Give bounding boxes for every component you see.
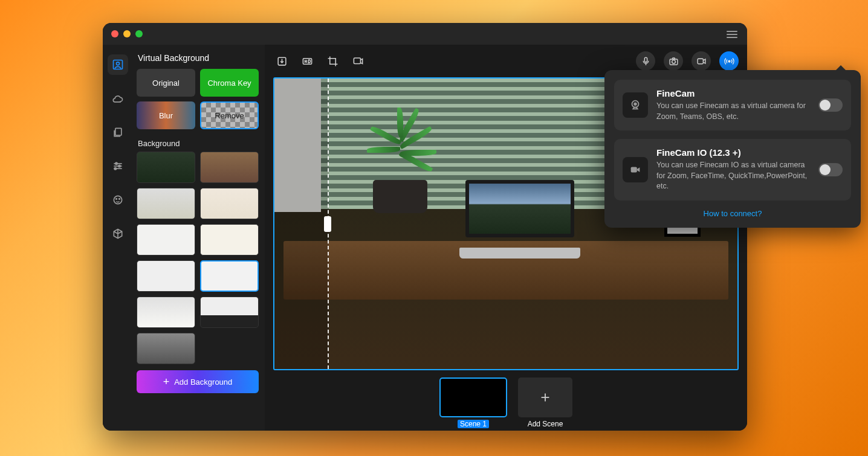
svg-point-6 [115,162,117,164]
scene-1-label: Scene 1 [458,420,489,428]
popover-card-desc: You can use Finecam as a virtual camera … [656,101,810,122]
record-button[interactable] [691,51,711,71]
mode-original-button[interactable]: Original [137,69,195,97]
plus-icon [539,391,552,404]
hamburger-menu-button[interactable] [727,30,737,38]
finecam-toggle[interactable] [818,98,843,112]
svg-rect-2 [115,128,121,135]
import-button[interactable] [273,53,290,69]
crop-icon [327,56,338,67]
background-thumb[interactable] [137,260,195,292]
preview-laptop [459,180,580,259]
import-icon [276,56,288,67]
rail-3d[interactable] [108,223,128,244]
mode-grid: Original Chroma Key Blur Remove [137,69,259,129]
hd-icon [302,56,313,67]
rail-face[interactable] [108,190,128,210]
svg-point-7 [118,165,120,167]
background-section-label: Background [138,139,259,148]
camera-icon [669,56,679,66]
svg-point-17 [672,60,675,63]
svg-point-8 [114,168,116,170]
svg-point-23 [634,103,636,105]
scene-1-thumb[interactable] [439,377,507,417]
background-thumb[interactable] [137,188,195,219]
svg-point-9 [114,196,121,204]
add-background-button[interactable]: + Add Background [137,370,259,393]
video-icon [696,56,707,66]
background-thumb[interactable] [200,297,259,328]
webcam-icon [623,92,648,118]
scene-slot-1[interactable]: Scene 1 [439,377,507,428]
background-thumb[interactable] [137,333,195,364]
add-background-label: Add Background [174,377,232,387]
hamburger-icon [727,30,737,38]
left-rail [103,45,133,431]
svg-point-11 [119,199,120,200]
plus-icon: + [163,376,170,387]
popover-card-desc: You can use Finecam IO as a virtual came… [656,160,810,192]
cloud-icon [112,92,124,104]
background-thumb[interactable] [137,297,195,328]
crop-left-mask[interactable] [274,79,329,369]
background-thumb-selected[interactable] [200,260,259,292]
close-window-button[interactable] [111,30,118,37]
cards-icon [112,126,124,138]
popover-card-title: FineCam [656,88,810,98]
mic-icon [641,56,651,66]
rail-sliders[interactable] [108,156,128,176]
svg-point-19 [728,60,730,62]
annotate-icon [352,56,364,67]
scene-bar: Scene 1 Add Scene [265,370,747,431]
mode-blur-button[interactable]: Blur [137,101,195,129]
mic-button[interactable] [636,51,655,71]
mode-remove-button[interactable]: Remove [200,101,259,129]
broadcast-popover: FineCam You can use Finecam as a virtual… [604,70,861,228]
add-scene-slot[interactable]: Add Scene [518,377,572,428]
background-grid [137,152,259,364]
crop-handle[interactable] [324,216,331,232]
minimize-window-button[interactable] [123,30,131,37]
titlebar [103,23,747,45]
add-scene-button[interactable] [518,377,572,417]
traffic-lights [111,30,143,37]
background-thumb[interactable] [200,224,259,255]
cube-icon [112,228,124,240]
broadcast-button[interactable] [719,51,739,71]
background-thumb[interactable] [137,152,195,183]
maximize-window-button[interactable] [135,30,143,37]
background-thumb[interactable] [137,224,195,255]
finecam-io-toggle[interactable] [818,163,843,176]
popover-card-title: FineCam IO (12.3 +) [656,147,810,158]
svg-rect-24 [631,167,637,172]
svg-rect-18 [698,59,703,64]
rail-virtual-background[interactable] [108,54,128,75]
mode-chroma-button[interactable]: Chroma Key [200,69,259,97]
preview-plant [358,108,442,228]
svg-rect-14 [354,57,360,63]
sliders-icon [112,160,124,172]
background-thumb[interactable] [200,188,259,219]
broadcast-icon [724,56,734,66]
add-scene-label: Add Scene [528,420,563,428]
background-thumb[interactable] [200,152,259,183]
how-to-connect-link[interactable]: How to connect? [614,209,851,218]
face-icon [112,194,124,206]
snapshot-button[interactable] [664,51,683,71]
rail-cloud[interactable] [108,88,128,109]
video-icon [623,157,648,182]
sidebar-panel: Virtual Background Original Chroma Key B… [133,45,265,431]
person-frame-icon [112,59,124,71]
svg-point-1 [117,62,120,65]
svg-point-10 [116,199,117,200]
hd-button[interactable] [299,53,316,69]
annotate-button[interactable] [349,53,366,69]
popover-card-finecam: FineCam You can use Finecam as a virtual… [614,80,851,130]
popover-card-finecam-io: FineCam IO (12.3 +) You can use Finecam … [614,139,851,201]
rail-cards[interactable] [108,122,128,143]
svg-rect-15 [644,57,647,62]
crop-button[interactable] [324,53,341,69]
panel-title: Virtual Background [138,53,259,63]
